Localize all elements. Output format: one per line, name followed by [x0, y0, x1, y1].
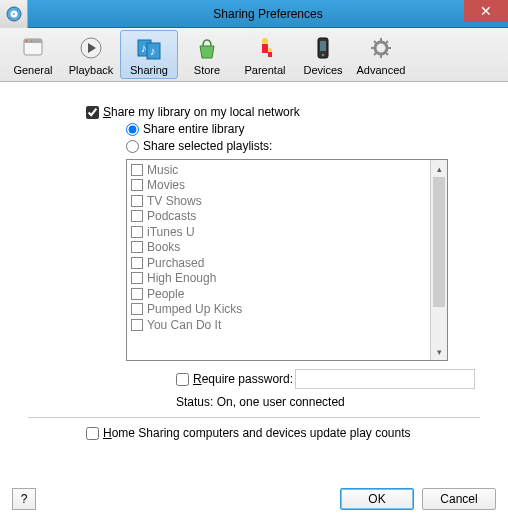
listbox-scrollbar[interactable]: ▴ ▾: [430, 160, 447, 360]
svg-rect-15: [262, 44, 268, 53]
svg-line-29: [374, 52, 377, 55]
playlist-name: High Enough: [147, 271, 216, 285]
playlist-checkbox[interactable]: [131, 195, 143, 207]
playlist-checkbox[interactable]: [131, 210, 143, 222]
tab-advanced[interactable]: Advanced: [352, 30, 410, 79]
password-field[interactable]: [295, 369, 475, 389]
playlist-item[interactable]: People: [131, 286, 443, 302]
playlist-checkbox[interactable]: [131, 164, 143, 176]
playlist-name: Books: [147, 240, 180, 254]
svg-point-14: [262, 38, 268, 44]
parental-icon: [250, 34, 280, 62]
scroll-down-icon[interactable]: ▾: [431, 343, 447, 360]
devices-icon: [308, 34, 338, 62]
playlist-checkbox[interactable]: [131, 179, 143, 191]
share-entire-label: Share entire library: [143, 122, 244, 136]
share-selected-radio[interactable]: [126, 140, 139, 153]
tab-devices-label: Devices: [303, 64, 342, 76]
content-area: Share my library on my local network Sha…: [0, 82, 508, 450]
app-icon: [0, 0, 28, 28]
tab-devices[interactable]: Devices: [294, 30, 352, 79]
playlist-item[interactable]: Books: [131, 240, 443, 256]
ok-button[interactable]: OK: [340, 488, 414, 510]
playlist-checkbox[interactable]: [131, 319, 143, 331]
tab-general[interactable]: General: [4, 30, 62, 79]
playlist-checkbox[interactable]: [131, 241, 143, 253]
playlist-checkbox[interactable]: [131, 272, 143, 284]
general-icon: [18, 34, 48, 62]
divider: [28, 417, 480, 418]
tab-playback-label: Playback: [69, 64, 114, 76]
svg-point-20: [322, 53, 324, 55]
store-icon: [192, 34, 222, 62]
tab-store-label: Store: [194, 64, 220, 76]
svg-point-7: [31, 40, 33, 42]
playlist-item[interactable]: Movies: [131, 178, 443, 194]
playlist-item[interactable]: Podcasts: [131, 209, 443, 225]
playback-icon: [76, 34, 106, 62]
sharing-icon: ♪♪: [134, 34, 164, 62]
playlist-name: Music: [147, 163, 178, 177]
playlist-item[interactable]: Pumped Up Kicks: [131, 302, 443, 318]
home-sharing-checkbox[interactable]: [86, 427, 99, 440]
svg-line-27: [385, 52, 388, 55]
playlist-item[interactable]: Music: [131, 162, 443, 178]
svg-rect-17: [268, 52, 272, 57]
tab-general-label: General: [13, 64, 52, 76]
playlist-checkbox[interactable]: [131, 303, 143, 315]
require-password-checkbox[interactable]: [176, 373, 189, 386]
tab-store[interactable]: Store: [178, 30, 236, 79]
home-sharing-label: ome Sharing computers and devices update…: [112, 426, 411, 440]
svg-text:♪: ♪: [141, 42, 147, 54]
tab-playback[interactable]: Playback: [62, 30, 120, 79]
require-password-label: equire password:: [202, 372, 293, 386]
playlist-item[interactable]: You Can Do It: [131, 317, 443, 333]
tab-parental[interactable]: Parental: [236, 30, 294, 79]
cancel-button[interactable]: Cancel: [422, 488, 496, 510]
svg-line-26: [374, 41, 377, 44]
svg-rect-19: [320, 41, 326, 51]
playlist-name: Pumped Up Kicks: [147, 302, 242, 316]
help-button[interactable]: ?: [12, 488, 36, 510]
playlist-name: Movies: [147, 178, 185, 192]
prefs-toolbar: General Playback ♪♪ Sharing Store Parent…: [0, 28, 508, 82]
svg-point-2: [13, 13, 15, 15]
playlist-name: People: [147, 287, 184, 301]
tab-parental-label: Parental: [245, 64, 286, 76]
svg-point-16: [268, 48, 272, 52]
advanced-icon: [366, 34, 396, 62]
share-library-checkbox[interactable]: [86, 106, 99, 119]
playlist-checkbox[interactable]: [131, 288, 143, 300]
playlist-item[interactable]: iTunes U: [131, 224, 443, 240]
playlist-item[interactable]: High Enough: [131, 271, 443, 287]
svg-line-28: [385, 41, 388, 44]
playlist-name: iTunes U: [147, 225, 195, 239]
playlists-listbox[interactable]: MusicMoviesTV ShowsPodcastsiTunes UBooks…: [126, 159, 448, 361]
playlist-name: TV Shows: [147, 194, 202, 208]
titlebar: Sharing Preferences ✕: [0, 0, 508, 28]
playlist-checkbox[interactable]: [131, 226, 143, 238]
playlist-name: You Can Do It: [147, 318, 221, 332]
playlist-checkbox[interactable]: [131, 257, 143, 269]
tab-sharing-label: Sharing: [130, 64, 168, 76]
svg-point-5: [26, 40, 28, 42]
window-title: Sharing Preferences: [28, 7, 508, 21]
playlist-item[interactable]: TV Shows: [131, 193, 443, 209]
tab-sharing[interactable]: ♪♪ Sharing: [120, 30, 178, 79]
svg-point-6: [28, 40, 30, 42]
close-button[interactable]: ✕: [464, 0, 508, 22]
status-label: Status: On, one user connected: [176, 395, 480, 409]
share-entire-radio[interactable]: [126, 123, 139, 136]
share-selected-label: Share selected playlists:: [143, 139, 272, 153]
share-library-label: hare my library on my local network: [111, 105, 300, 119]
scroll-thumb[interactable]: [433, 177, 445, 307]
scroll-up-icon[interactable]: ▴: [431, 160, 447, 177]
playlist-item[interactable]: Purchased: [131, 255, 443, 271]
svg-text:♪: ♪: [150, 45, 156, 57]
playlist-name: Podcasts: [147, 209, 196, 223]
tab-advanced-label: Advanced: [357, 64, 406, 76]
playlist-name: Purchased: [147, 256, 204, 270]
